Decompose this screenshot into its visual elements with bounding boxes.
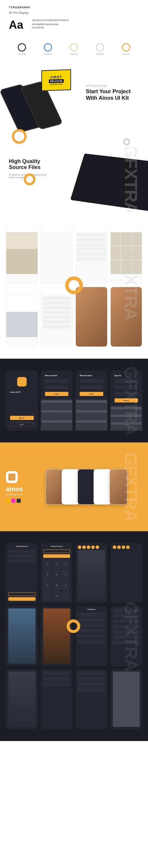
- screen-notifications: Notifications: [76, 606, 108, 666]
- screen-empty: [41, 224, 73, 284]
- chat-item[interactable]: [78, 677, 105, 681]
- numpad-key[interactable]: 3: [62, 559, 70, 569]
- signup-button[interactable]: Sign up: [115, 398, 138, 402]
- story-avatar[interactable]: [117, 546, 121, 549]
- decor-ring-icon: [65, 276, 83, 294]
- app-badges: [6, 499, 41, 503]
- swatch-circle: [70, 43, 78, 52]
- numpad-key[interactable]: 9: [62, 580, 70, 590]
- numpad-key[interactable]: 1: [43, 559, 52, 569]
- screen-followers: [110, 606, 142, 666]
- screen-portrait: [110, 287, 142, 347]
- list-item[interactable]: [113, 630, 140, 634]
- name-field[interactable]: [115, 379, 138, 383]
- hero-title: Start Your Project With Ainos UI Kit: [86, 89, 139, 101]
- email-field[interactable]: [45, 379, 69, 383]
- login-button[interactable]: Log in: [80, 392, 103, 396]
- list-item[interactable]: [113, 609, 140, 613]
- story-avatar[interactable]: [96, 546, 99, 549]
- notif-row[interactable]: [78, 634, 105, 638]
- signup-button[interactable]: Sign up: [10, 416, 34, 420]
- story-avatar[interactable]: [87, 546, 90, 549]
- notif-row[interactable]: [78, 623, 105, 627]
- cancel-button[interactable]: [43, 550, 70, 553]
- screen-portrait: [76, 287, 108, 347]
- story-avatar[interactable]: [126, 546, 130, 549]
- light-screens-grid-1: GFXTRA: [0, 212, 148, 359]
- badge-line2: RELEASE: [49, 79, 64, 83]
- login-button[interactable]: Log in: [10, 422, 34, 427]
- login-button[interactable]: Log in: [45, 392, 69, 396]
- story-avatar[interactable]: [78, 546, 81, 549]
- list-item[interactable]: [113, 635, 140, 639]
- screen-followers: [76, 224, 108, 284]
- list-item[interactable]: [113, 641, 140, 645]
- swatch-1: #2C2A3E: [18, 43, 26, 55]
- welcome-title: Welcome Back: [45, 375, 69, 376]
- dark-screens-grid: GFXTRA Change Password Change Password 1…: [0, 531, 148, 741]
- feed-photo: [78, 550, 105, 601]
- first-release-badge: FIRST RELEASE GFXTRA.COM: [41, 69, 71, 91]
- numpad-key[interactable]: 0: [52, 591, 61, 601]
- cancel-button[interactable]: [8, 592, 35, 596]
- notif-row[interactable]: [78, 639, 105, 643]
- screen-profile: [41, 669, 73, 729]
- swatch-circle: [18, 43, 26, 52]
- numpad-key[interactable]: 6: [62, 570, 70, 580]
- swatch-circle: [122, 43, 130, 52]
- hero-text: GFX Design Kits today Start Your Project…: [86, 85, 139, 101]
- photo: [113, 672, 140, 727]
- phone-mockup: [110, 469, 127, 504]
- current-pw-field[interactable]: [8, 550, 35, 553]
- story-avatar[interactable]: [82, 546, 86, 549]
- notif-row[interactable]: [78, 618, 105, 622]
- color-palette: #2C2A3E #4D9BE0 #E8D5A0 #D8D8D8 #F1C481: [0, 40, 148, 64]
- email-field[interactable]: [115, 385, 138, 390]
- phone-mockup: [93, 469, 111, 504]
- profile-row[interactable]: [43, 682, 70, 686]
- numpad-key[interactable]: 2: [52, 559, 61, 569]
- list-item[interactable]: [113, 624, 140, 628]
- new-pw-field[interactable]: [8, 554, 35, 558]
- email-field[interactable]: [80, 379, 103, 383]
- chat-item[interactable]: [78, 672, 105, 676]
- profile-row[interactable]: [43, 672, 70, 676]
- screen-title: Notifications: [78, 609, 105, 610]
- story-avatar[interactable]: [122, 546, 125, 549]
- phone-mockup: [78, 469, 95, 504]
- screen-upload: [6, 287, 38, 347]
- typography-samples: Aa ABCDEFGHIJKLMNOPQRSTUVWXYZ abcdefghij…: [9, 19, 139, 31]
- notif-row[interactable]: [78, 613, 105, 617]
- submit-button[interactable]: [8, 597, 35, 601]
- profile-row[interactable]: [43, 677, 70, 681]
- story-avatar[interactable]: [113, 546, 116, 549]
- phone-mockup: [46, 469, 63, 504]
- numpad-key[interactable]: 4: [43, 570, 52, 580]
- numpad-key[interactable]: 8: [52, 580, 61, 590]
- app-logo-icon: [17, 377, 27, 386]
- password-field[interactable]: [115, 392, 138, 396]
- list-item[interactable]: [113, 614, 140, 618]
- numpad-key[interactable]: [43, 591, 52, 601]
- chat-item[interactable]: [78, 682, 105, 686]
- chat-item[interactable]: [78, 687, 105, 692]
- swatch-3: #E8D5A0: [70, 43, 78, 55]
- submit-button[interactable]: [43, 554, 70, 558]
- list-item[interactable]: [113, 619, 140, 623]
- swatch-hex: #F1C481: [122, 53, 130, 55]
- password-field[interactable]: [80, 385, 103, 390]
- screen-title: Change Password: [8, 546, 35, 547]
- story-avatar[interactable]: [91, 546, 95, 549]
- notif-row[interactable]: [78, 628, 105, 633]
- numpad-key[interactable]: 5: [52, 570, 61, 580]
- badge-url: GFXTRA.COM: [50, 83, 62, 85]
- alphabet-block: ABCDEFGHIJKLMNOPQRSTUVWXYZ abcdefghijklm…: [32, 19, 69, 30]
- decor-ring-icon: [67, 619, 80, 633]
- screen-chat: [76, 669, 108, 729]
- password-field[interactable]: [45, 385, 69, 390]
- numpad-key[interactable]: 7: [43, 580, 52, 590]
- numpad-key[interactable]: [62, 591, 70, 601]
- confirm-pw-field[interactable]: [8, 559, 35, 563]
- keyboard-mock: [76, 400, 108, 431]
- stories-row: [78, 546, 105, 549]
